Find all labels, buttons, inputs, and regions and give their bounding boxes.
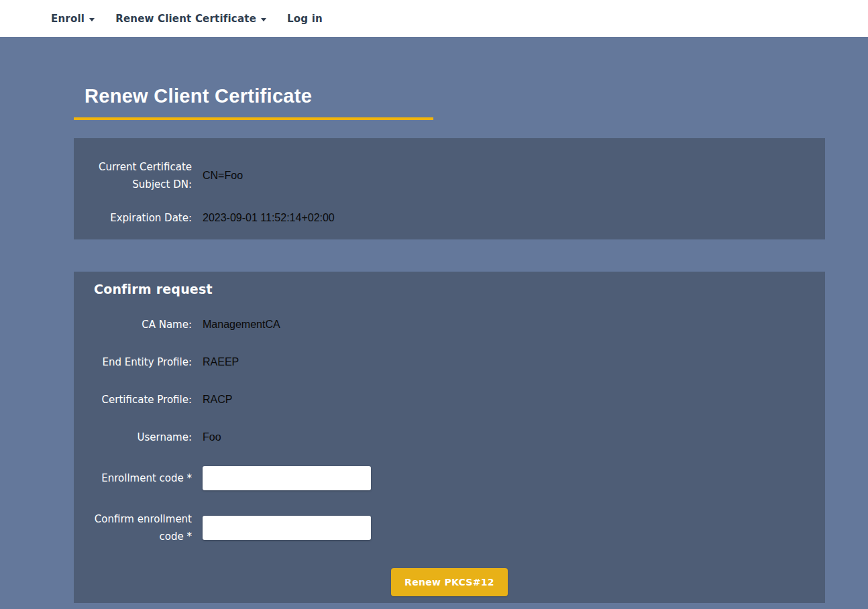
- title-block: Renew Client Certificate: [74, 37, 825, 120]
- certificate-profile-row: Certificate Profile: RACP: [94, 391, 805, 408]
- current-certificate-panel: Current Certificate Subject DN: CN=Foo E…: [74, 138, 825, 239]
- renew-pkcs12-button[interactable]: Renew PKCS#12: [391, 568, 508, 596]
- expiration-date-label: Expiration Date:: [94, 209, 192, 227]
- confirm-enrollment-code-input[interactable]: [203, 516, 371, 540]
- nav-item-enroll[interactable]: Enroll: [51, 13, 95, 25]
- certificate-profile-label: Certificate Profile:: [94, 391, 192, 408]
- button-row: Renew PKCS#12: [94, 568, 805, 596]
- subject-dn-label: Current Certificate Subject DN:: [94, 158, 192, 193]
- confirm-enrollment-code-row: Confirm enrollment code *: [94, 510, 805, 545]
- confirm-enrollment-code-label: Confirm enrollment code *: [94, 510, 192, 545]
- username-row: Username: Foo: [94, 429, 805, 446]
- top-navbar: Enroll Renew Client Certificate Log in: [0, 0, 868, 37]
- nav-item-enroll-label: Enroll: [51, 13, 85, 25]
- ca-name-label: CA Name:: [94, 316, 192, 333]
- enrollment-code-input[interactable]: [203, 466, 371, 490]
- confirm-request-heading: Confirm request: [94, 282, 805, 296]
- expiration-date-value: 2023-09-01 11:52:14+02:00: [203, 212, 335, 224]
- enrollment-code-label: Enrollment code *: [94, 469, 192, 487]
- ca-name-row: CA Name: ManagementCA: [94, 316, 805, 333]
- nav-item-login-label: Log in: [287, 13, 323, 25]
- page-background: Renew Client Certificate Current Certifi…: [0, 37, 868, 609]
- ca-name-value: ManagementCA: [203, 319, 280, 331]
- nav-item-renew-label: Renew Client Certificate: [115, 13, 256, 25]
- username-label: Username:: [94, 429, 192, 446]
- nav-item-log-in[interactable]: Log in: [287, 13, 323, 25]
- page-title: Renew Client Certificate: [74, 85, 825, 107]
- enrollment-code-row: Enrollment code *: [94, 466, 805, 490]
- title-underline: [74, 117, 433, 120]
- chevron-down-icon: [89, 18, 95, 21]
- certificate-profile-value: RACP: [203, 394, 232, 406]
- end-entity-profile-value: RAEEP: [203, 356, 239, 368]
- chevron-down-icon: [261, 18, 266, 21]
- end-entity-profile-label: End Entity Profile:: [94, 353, 192, 371]
- end-entity-profile-row: End Entity Profile: RAEEP: [94, 353, 805, 371]
- confirm-request-panel: Confirm request CA Name: ManagementCA En…: [74, 272, 825, 603]
- username-value: Foo: [203, 431, 221, 443]
- nav-item-renew-client-certificate[interactable]: Renew Client Certificate: [115, 13, 266, 25]
- expiration-date-row: Expiration Date: 2023-09-01 11:52:14+02:…: [94, 209, 805, 227]
- subject-dn-row: Current Certificate Subject DN: CN=Foo: [94, 158, 805, 193]
- subject-dn-value: CN=Foo: [203, 170, 243, 182]
